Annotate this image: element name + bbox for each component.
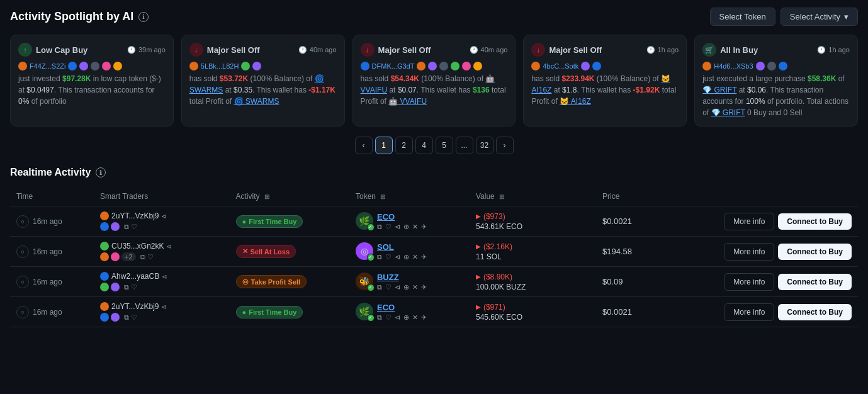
globe-token-icon[interactable]: ⊕ — [403, 283, 409, 291]
price-cell: $0.0021 — [596, 206, 657, 237]
globe-token-icon[interactable]: ⊕ — [403, 313, 409, 322]
next-page-button[interactable]: › — [496, 137, 514, 154]
funnel-icon[interactable]: ⊲ — [162, 273, 167, 280]
copy-icon[interactable]: ⧉ — [124, 313, 129, 322]
copy-icon[interactable]: ⧉ — [124, 223, 129, 231]
time-cell: ○ 16m ago — [10, 206, 94, 237]
card-body-2: has sold $53.72K (100% Balance) of 🌀 SWA… — [189, 73, 337, 107]
copy-icon[interactable]: ⧉ — [140, 253, 145, 261]
copy-token-icon[interactable]: ⧉ — [377, 283, 382, 291]
token-name[interactable]: BUZZ — [377, 273, 399, 282]
connect-to-buy-button[interactable]: Connect to Buy — [778, 274, 852, 290]
w-icon-2a — [241, 62, 250, 70]
heart-token-icon[interactable]: ♡ — [385, 223, 392, 231]
token-icon: 🌿 ✓ — [356, 303, 373, 320]
token-name[interactable]: ECO — [377, 303, 395, 312]
trader-icons: ⧉ ♡ — [100, 283, 223, 291]
prev-page-button[interactable]: ‹ — [355, 137, 373, 154]
copy-token-icon[interactable]: ⧉ — [377, 223, 382, 231]
globe-token-icon[interactable]: ⊕ — [403, 223, 409, 231]
card-profit-token-3[interactable]: 🤖 VVAIFU — [388, 97, 427, 106]
chevron-down-icon: ▾ — [844, 12, 848, 21]
filter-token-icon[interactable]: ⊲ — [395, 223, 400, 231]
page-32-button[interactable]: 32 — [476, 137, 493, 154]
value-amount: 100.00K BUZZ — [476, 283, 590, 291]
heart-token-icon[interactable]: ♡ — [385, 253, 392, 261]
filter-token-icon[interactable]: ⊲ — [395, 253, 400, 261]
telegram-token-icon[interactable]: ✈ — [421, 253, 427, 261]
realtime-info-icon[interactable]: ℹ — [96, 167, 106, 177]
activity-filter-icon[interactable]: ⊞ — [264, 193, 269, 200]
table-row: ○ 16m ago Ahw2...yaaCB ⊲ ⧉ ♡ ◎ Take Prof… — [10, 267, 858, 297]
telegram-token-icon[interactable]: ✈ — [421, 313, 427, 322]
connect-to-buy-button[interactable]: Connect to Buy — [778, 304, 852, 320]
trader-icon-b — [111, 222, 120, 231]
x-token-icon[interactable]: ✕ — [412, 223, 418, 231]
page-4-button[interactable]: 4 — [415, 137, 433, 154]
trader-icon-b — [111, 283, 120, 291]
filter-token-icon[interactable]: ⊲ — [395, 313, 400, 322]
clock-icon-1: 🕐 — [127, 46, 136, 54]
verified-icon: ✓ — [367, 284, 375, 291]
funnel-icon[interactable]: ⊲ — [166, 243, 171, 250]
title-info-icon[interactable]: ℹ — [138, 12, 149, 22]
card-profit-token-4[interactable]: 🐱 AI16Z — [560, 97, 591, 106]
card-profit-token-2[interactable]: 🌀 SWARMS — [234, 97, 279, 106]
connect-to-buy-button[interactable]: Connect to Buy — [778, 213, 852, 230]
heart-icon[interactable]: ♡ — [131, 313, 137, 322]
verified-icon: ✓ — [367, 314, 375, 322]
card-wallet-5: H4d6...XSb3 — [702, 62, 850, 70]
heart-token-icon[interactable]: ♡ — [385, 283, 392, 291]
value-neg-amount: ($8.90K) — [483, 273, 512, 281]
spotlight-card-2: ↓ Major Sell Off 🕐 40m ago 5LBk...L82H h… — [181, 35, 345, 127]
card-pct-1: 0% — [18, 97, 29, 106]
trader-icons: ⧉ ♡ — [100, 313, 223, 322]
copy-icon[interactable]: ⧉ — [124, 283, 129, 291]
copy-token-icon[interactable]: ⧉ — [377, 253, 382, 261]
globe-token-icon[interactable]: ⊕ — [403, 253, 409, 261]
connect-to-buy-button[interactable]: Connect to Buy — [778, 244, 852, 260]
realtime-table: Time Smart Traders Activity ⊞ Token ⊞ Va… — [10, 187, 858, 327]
value-filter-icon[interactable]: ⊞ — [499, 193, 504, 200]
page-1-button[interactable]: 1 — [375, 137, 393, 154]
heart-icon[interactable]: ♡ — [147, 253, 154, 261]
card-time-value-1: 39m ago — [138, 46, 166, 53]
funnel-icon[interactable]: ⊲ — [161, 213, 166, 220]
heart-token-icon[interactable]: ♡ — [385, 313, 392, 322]
filter-token-icon[interactable]: ⊲ — [395, 283, 400, 291]
page-5-button[interactable]: 5 — [436, 137, 453, 154]
more-info-button[interactable]: More info — [724, 243, 774, 261]
x-token-icon[interactable]: ✕ — [412, 313, 418, 322]
wallet-address-1: F44Z...S2Zi — [30, 62, 65, 70]
page-2-button[interactable]: 2 — [395, 137, 413, 154]
more-info-button[interactable]: More info — [724, 273, 774, 291]
actions-buttons: More info Connect to Buy — [663, 243, 852, 261]
card-grift-link[interactable]: 💎 GRIFT — [711, 108, 745, 117]
x-token-icon[interactable]: ✕ — [412, 253, 418, 261]
trader-address: CU35...xGn2kK — [111, 242, 164, 250]
token-name[interactable]: SOL — [377, 242, 394, 252]
more-info-button[interactable]: More info — [724, 213, 774, 230]
telegram-token-icon[interactable]: ✈ — [421, 223, 427, 231]
card-token-2[interactable]: 🌀 SWARMS — [189, 74, 324, 94]
token-cell-inner: 🌿 ✓ ECO ⧉ ♡ ⊲ ⊕ ✕ ✈ — [356, 212, 463, 231]
wallet-address-3: DFMK...G3dT — [372, 62, 415, 70]
w-icon-3e — [462, 62, 471, 70]
funnel-icon[interactable]: ⊲ — [161, 303, 166, 310]
token-info: ECO ⧉ ♡ ⊲ ⊕ ✕ ✈ — [377, 212, 427, 231]
copy-token-icon[interactable]: ⧉ — [377, 313, 382, 322]
telegram-token-icon[interactable]: ✈ — [421, 283, 427, 291]
card-token-5[interactable]: 💎 GRIFT — [702, 86, 736, 94]
select-token-button[interactable]: Select Token — [710, 8, 775, 26]
token-filter-icon[interactable]: ⊞ — [380, 193, 385, 200]
heart-icon[interactable]: ♡ — [131, 223, 137, 231]
select-activity-button[interactable]: Select Activity ▾ — [781, 8, 858, 26]
x-token-icon[interactable]: ✕ — [412, 283, 418, 291]
card-time-value-3: 40m ago — [481, 46, 508, 53]
activity-cell: ◎ Take Profit Sell — [230, 267, 349, 297]
w-icon-1c — [91, 62, 99, 70]
more-info-button[interactable]: More info — [724, 303, 774, 321]
token-name[interactable]: ECO — [377, 212, 395, 222]
card-type-label-1: Low Cap Buy — [36, 45, 87, 55]
heart-icon[interactable]: ♡ — [131, 283, 137, 291]
